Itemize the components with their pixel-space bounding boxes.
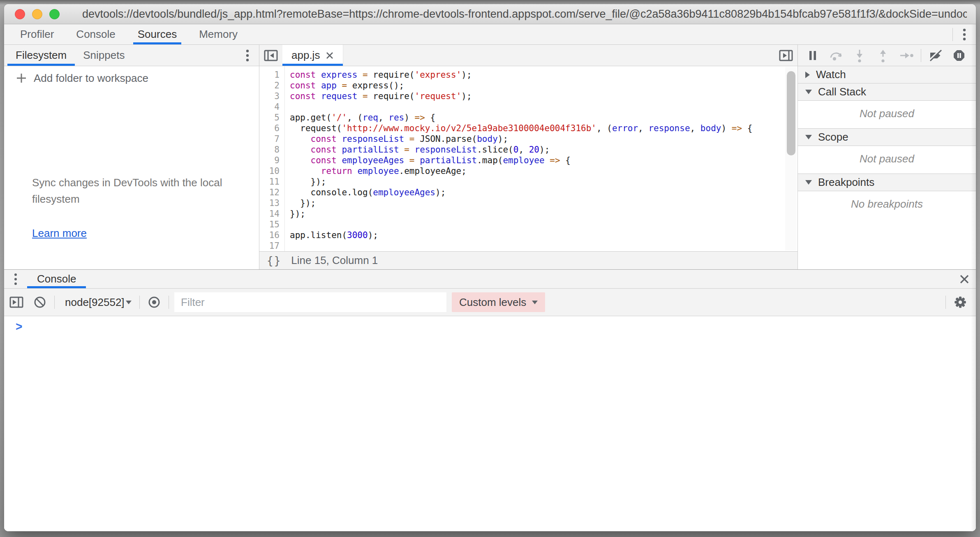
console-toolbar-separator [169,296,169,309]
tab-console[interactable]: Console [65,24,126,44]
close-drawer-button[interactable] [953,270,976,288]
close-tab-icon[interactable] [326,51,334,60]
kebab-menu-icon [246,49,249,62]
line-number[interactable]: 15 [259,219,280,230]
learn-more-link[interactable]: Learn more [32,227,87,240]
create-live-expression-button[interactable] [145,293,163,311]
add-folder-label: Add folder to workspace [34,72,148,85]
line-number-gutter[interactable]: 1234567891011121314151617 [259,66,285,251]
hide-navigator-icon [264,49,278,62]
gear-icon [953,295,967,309]
code-line: const partialList = responseList.slice(0… [290,144,797,155]
sync-hint-text: Sync changes in DevTools with the local … [32,174,240,207]
step-into-button[interactable] [851,46,869,65]
main-menu-button[interactable] [953,24,976,44]
clear-console-button[interactable] [31,293,49,311]
console-output: > [4,316,976,531]
code-line: const express = require('express'); [290,69,797,80]
pretty-print-icon[interactable]: {} [267,255,281,267]
line-number[interactable]: 14 [259,208,280,219]
execution-context-selector[interactable]: node[92552] [60,293,134,312]
line-number[interactable]: 3 [259,91,280,102]
line-number[interactable]: 8 [259,144,280,155]
editor-statusbar: {} Line 15, Column 1 [259,251,797,269]
chevron-down-icon [532,301,538,304]
console-tab-label: Console [37,273,76,285]
clear-console-icon [33,296,46,309]
step-button[interactable] [897,46,915,65]
log-levels-dropdown[interactable]: Custom levels [452,292,545,312]
file-tab-appjs[interactable]: app.js [282,45,343,66]
editor-panel: app.js 1234567891011121314151617 [259,45,797,269]
deactivate-breakpoints-button[interactable] [927,46,945,65]
code-line: request('http://www.mocky.io/v2/5e1a9abe… [290,123,797,134]
step-over-icon [829,49,844,62]
debugger-sections: WatchCall StackNot pausedScopeNot paused… [798,66,976,219]
line-number[interactable]: 11 [259,176,280,187]
line-number[interactable]: 13 [259,198,280,208]
console-toolbar-separator [54,296,55,309]
code-editor[interactable]: const express = require('express');const… [285,66,797,251]
line-number[interactable]: 16 [259,230,280,241]
console-toolbar-separator [139,296,140,309]
line-number[interactable]: 12 [259,187,280,198]
show-console-sidebar-button[interactable] [7,293,25,311]
chevron-down-icon [126,301,132,304]
section-header-watch[interactable]: Watch [798,66,976,83]
console-prompt[interactable]: > [4,316,976,338]
code-line: app.get('/', (req, res) => { [290,112,797,123]
console-filter-input[interactable] [174,292,446,312]
console-toolbar-separator [945,296,946,309]
close-icon [959,274,970,285]
drawer-menu-button[interactable] [4,270,27,288]
line-number[interactable]: 9 [259,155,280,166]
navigator-menu-button[interactable] [236,45,259,66]
section-header-call-stack[interactable]: Call Stack [798,83,976,101]
console-prompt-icon: > [16,320,22,334]
section-header-breakpoints[interactable]: Breakpoints [798,174,976,191]
code-line: const responseList = JSON.parse(body); [290,134,797,144]
line-number[interactable]: 4 [259,102,280,112]
navigator-tab-filesystem[interactable]: Filesystem [7,45,75,66]
line-number[interactable]: 2 [259,80,280,91]
editor-scrollbar-thumb[interactable] [787,71,795,155]
step-out-button[interactable] [874,46,892,65]
line-number[interactable]: 10 [259,166,280,176]
section-label-watch: Watch [816,68,846,81]
line-number[interactable]: 1 [259,69,280,80]
navigator-tabbar-spacer [133,45,236,66]
line-number[interactable]: 17 [259,241,280,251]
toggle-debugger-sidebar-button[interactable] [774,45,797,66]
triangle-down-icon [805,135,812,139]
pause-on-exceptions-button[interactable] [950,46,968,65]
code-line: }); [290,198,797,208]
code-line: app.listen(3000); [290,230,797,241]
toggle-navigator-button[interactable] [259,45,282,66]
tab-memory[interactable]: Memory [188,24,249,44]
section-label-scope: Scope [818,131,848,144]
line-number[interactable]: 5 [259,112,280,123]
zoom-window-button[interactable] [49,9,60,19]
close-window-button[interactable] [15,9,25,19]
minimize-window-button[interactable] [32,9,42,19]
step-out-icon [876,49,890,62]
editor-scrollbar-track [785,67,797,250]
line-number[interactable]: 6 [259,123,280,134]
cursor-position-label: Line 15, Column 1 [291,254,378,267]
navigator-tab-snippets[interactable]: Snippets [75,45,133,66]
add-folder-button[interactable]: Add folder to workspace [4,66,259,90]
drawer-header-spacer [86,270,953,288]
debugger-sidebar: WatchCall StackNot pausedScopeNot paused… [797,45,976,269]
line-number[interactable]: 7 [259,134,280,144]
console-settings-button[interactable] [951,293,969,311]
tab-profiler[interactable]: Profiler [9,24,65,44]
pause-script-button[interactable] [804,46,822,65]
show-debugger-icon [779,49,793,62]
step-over-button[interactable] [827,46,845,65]
tab-sources[interactable]: Sources [127,24,188,44]
navigator-tabbar: FilesystemSnippets [4,45,259,66]
drawer-tab-console[interactable]: Console [27,270,86,288]
editor-body: 1234567891011121314151617 const express … [259,66,797,251]
section-header-scope[interactable]: Scope [798,129,976,146]
section-content-call-stack: Not paused [798,101,976,129]
